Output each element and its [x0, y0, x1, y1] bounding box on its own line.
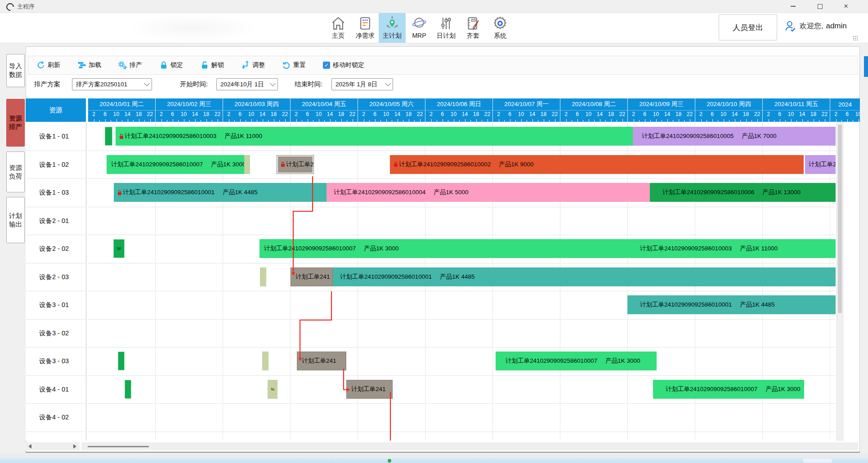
- sidebar-tab-导入数据[interactable]: 导入 数据: [6, 54, 25, 87]
- sidebar-tab-计划输出[interactable]: 计划 输出: [6, 197, 25, 243]
- gantt-bar[interactable]: 计划工单24102909092586010007产品1K 3000: [496, 352, 657, 370]
- nav-item-MRP[interactable]: MRP: [406, 13, 433, 43]
- vertical-scrollbar-thumb[interactable]: [838, 125, 842, 313]
- hour-label: 18: [539, 111, 548, 117]
- gantt-bar[interactable]: [262, 352, 268, 370]
- bar-product-qty: 产品1K 7000: [742, 132, 776, 140]
- hour-label: 14: [461, 111, 470, 117]
- day-header-cell[interactable]: 2024/10/03 周四: [223, 98, 290, 111]
- toolbar-button-排产[interactable]: 排产: [116, 59, 145, 71]
- hour-tick: [774, 120, 774, 122]
- toolbar-button-锁定[interactable]: 锁定: [157, 59, 186, 71]
- gantt-bar[interactable]: 计划工单2: [805, 155, 836, 174]
- labels-horizontal-scrollbar[interactable]: [26, 442, 80, 450]
- hour-label: 10: [247, 111, 256, 117]
- gantt-bar[interactable]: 计划工单241: [291, 267, 333, 286]
- gantt-bar[interactable]: 计划工单24102909092586010003产品1K 11000: [633, 239, 836, 258]
- hour-label: 14: [123, 111, 132, 117]
- bar-product-qty: 产品1K 3000: [765, 385, 800, 393]
- gantt-bar[interactable]: %: [268, 380, 277, 399]
- nav-item-主页[interactable]: 主页: [325, 13, 352, 43]
- gantt-bar[interactable]: [125, 380, 131, 399]
- maximize-button[interactable]: [810, 0, 830, 13]
- hour-tick: [403, 120, 403, 122]
- gantt-bar[interactable]: 计划工单24102909092586010003产品1K 11000: [116, 127, 633, 146]
- plan-select-value: 排产方案20250101: [76, 80, 127, 89]
- day-header-cell[interactable]: 2024/10/07 周一: [492, 98, 560, 111]
- gantt-bar[interactable]: 计划工单24102909092586010006产品1K 13000: [650, 183, 836, 202]
- toolbar-button-解锁[interactable]: 解锁: [197, 59, 227, 71]
- nav-item-系统[interactable]: 系统: [487, 13, 514, 43]
- taskbar-app-dot-icon[interactable]: [388, 459, 391, 463]
- toolbar-button-重置[interactable]: 重置: [279, 59, 309, 71]
- nav-item-日计划[interactable]: 日计划: [433, 13, 460, 43]
- gantt-bar[interactable]: [260, 267, 266, 286]
- minimize-icon: [791, 6, 796, 7]
- day-header-cell[interactable]: 2024/10/10 周四: [695, 98, 762, 111]
- end-time-select[interactable]: 2025年 1月 8日: [331, 78, 393, 90]
- chart-horizontal-scrollbar[interactable]: [81, 442, 858, 450]
- sidebar-tab-资源排产[interactable]: 资源 排产: [6, 99, 25, 147]
- gantt-bar[interactable]: 计划工单24102909092586010001产品1K 4485: [114, 183, 327, 202]
- day-header-cell[interactable]: 2024/10/02 周三: [155, 98, 223, 111]
- day-header-cell[interactable]: 2024/10/06 周日: [425, 98, 492, 111]
- day-header-cell[interactable]: 2024/10/04 周五: [290, 98, 358, 111]
- hour-tick: [150, 119, 151, 122]
- bar-product-qty: 产品1K 5000: [434, 188, 468, 196]
- nav-item-齐套[interactable]: 齐套: [460, 13, 487, 43]
- day-header-cell[interactable]: 2024/10/11 周五: [762, 98, 830, 111]
- close-button[interactable]: ×: [836, 0, 856, 13]
- maximize-icon: [818, 4, 823, 9]
- hour-tick: [161, 119, 162, 122]
- sidebar-tab-资源负荷[interactable]: 资源 负荷: [6, 151, 25, 192]
- day-header-cell[interactable]: 2024/10/05 周六: [358, 98, 425, 111]
- resize-grip[interactable]: [853, 36, 858, 41]
- day-header-cell[interactable]: 2024: [830, 98, 860, 111]
- hour-tick: [94, 119, 94, 122]
- day-header-cell[interactable]: 2024/10/09 周三: [627, 98, 695, 111]
- gantt-bar[interactable]: 计划工单24102909092586010002产品1K 9000: [390, 155, 804, 174]
- day-header-cell[interactable]: 2024/10/08 周二: [560, 98, 627, 111]
- gantt-bar[interactable]: 计划工单24102909092586010007产品1K 3000: [260, 239, 633, 258]
- logout-button[interactable]: 人员登出: [719, 14, 777, 40]
- gantt-bar[interactable]: 计划工单24102909092586010005产品1K 7000: [633, 127, 836, 146]
- hour-header-strip: 2610141822: [695, 111, 762, 122]
- scroll-right-arrow-icon[interactable]: [73, 444, 76, 449]
- toolbar-button-加载[interactable]: 加载: [75, 59, 104, 71]
- gantt-bar-selected[interactable]: 计划工单2: [277, 155, 314, 174]
- vertical-scrollbar[interactable]: [837, 122, 843, 441]
- hour-tick: [414, 120, 415, 122]
- gantt-bar[interactable]: 计划工单241: [346, 380, 393, 399]
- gantt-bar[interactable]: 计划工单241: [297, 352, 346, 370]
- hour-tick: [488, 119, 488, 122]
- plan-select[interactable]: 排产方案20250101: [72, 78, 152, 90]
- gantt-bar[interactable]: [105, 127, 112, 146]
- hour-label: 10: [719, 111, 728, 117]
- nav-item-主计划[interactable]: 主计划: [379, 13, 406, 43]
- gantt-bar[interactable]: 计划工单24102909092586010004产品1K 5000: [327, 183, 650, 202]
- gantt-bar[interactable]: 计划工单24102909092586010007产品1K 3000: [107, 155, 244, 174]
- gantt-bar[interactable]: [244, 155, 250, 174]
- gantt-bar[interactable]: 计划工单24102909092586010007产品1K 3000: [653, 380, 804, 399]
- logo-watermark: [128, 14, 259, 42]
- toolbar-button-调整[interactable]: 调整: [238, 59, 268, 71]
- gantt-bar[interactable]: 计划工单24102909092586010001产品1K 4485: [333, 267, 836, 286]
- hour-label: 2: [292, 111, 301, 117]
- hour-tick: [814, 119, 814, 122]
- start-time-select[interactable]: 2024年10月 1日: [216, 78, 278, 90]
- taskbar-widget[interactable]: [803, 459, 832, 463]
- chart-horizontal-scrollbar-thumb[interactable]: [88, 446, 149, 447]
- gantt-bar[interactable]: W: [113, 239, 125, 258]
- gantt-bar[interactable]: 计划工单24102909092586010001产品1K 4485: [627, 295, 836, 314]
- hour-label: 22: [618, 111, 627, 117]
- hour-tick: [740, 120, 741, 122]
- day-header-cell[interactable]: 2024/10/01 周二: [88, 98, 155, 111]
- gantt-bar[interactable]: [118, 352, 125, 370]
- hour-tick: [459, 120, 460, 122]
- welcome-text: 欢迎您,: [800, 22, 823, 31]
- scroll-left-arrow-icon[interactable]: [28, 444, 31, 449]
- nav-item-净需求[interactable]: 净需求: [352, 13, 379, 43]
- minimize-button[interactable]: [783, 0, 803, 13]
- toolbar-button-刷新[interactable]: 刷新: [34, 59, 63, 71]
- move-lock-checkbox[interactable]: ✓: [323, 62, 330, 69]
